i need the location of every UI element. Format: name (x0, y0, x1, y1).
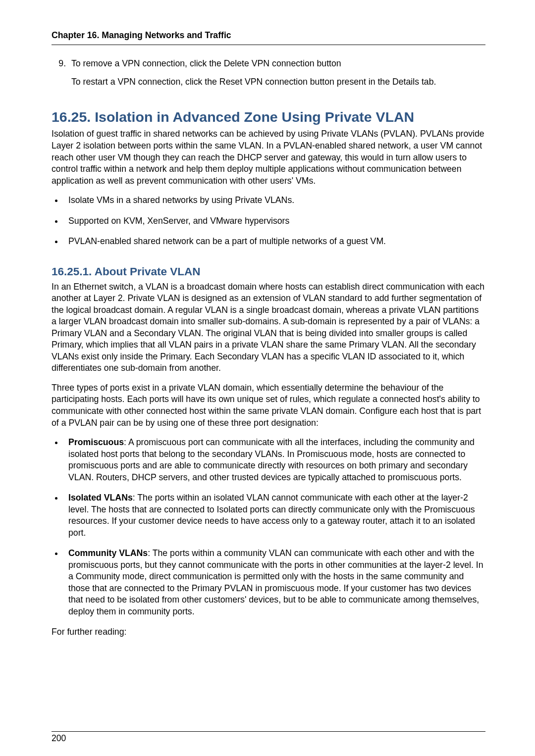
list-item-promiscuous: Promiscuous: A promiscuous port can comm… (63, 437, 485, 483)
section-16-25-bullets: Isolate VMs in a shared networks by usin… (52, 195, 485, 248)
section-16-25-1-title: 16.25.1. About Private VLAN (52, 264, 485, 279)
term-isolated: Isolated VLANs (68, 493, 133, 503)
step-9-line2: To restart a VPN connection, click the R… (71, 76, 485, 88)
page-number: 200 (52, 733, 66, 744)
term-promiscuous: Promiscuous (68, 437, 124, 447)
section-16-25-intro: Isolation of guest traffic in shared net… (52, 128, 485, 187)
about-pvlan-p1: In an Ethernet switch, a VLAN is a broad… (52, 281, 485, 374)
footer-rule (52, 731, 485, 732)
step-9-line1: To remove a VPN connection, click the De… (71, 58, 341, 68)
list-item: PVLAN-enabled shared network can be a pa… (63, 236, 485, 248)
about-pvlan-p2: Three types of ports exist in a private … (52, 382, 485, 429)
list-item: Supported on KVM, XenServer, and VMware … (63, 215, 485, 227)
def-community: : The ports within a community VLAN can … (68, 548, 483, 616)
def-promiscuous: : A promiscuous port can communicate wit… (68, 437, 475, 482)
further-reading: For further reading: (52, 626, 485, 638)
list-item: Isolate VMs in a shared networks by usin… (63, 195, 485, 206)
term-community: Community VLANs (68, 548, 148, 558)
step-9: To remove a VPN connection, click the De… (68, 58, 485, 88)
running-header: Chapter 16. Managing Networks and Traffi… (52, 30, 485, 45)
port-types-list: Promiscuous: A promiscuous port can comm… (52, 437, 485, 617)
section-16-25-title: 16.25. Isolation in Advanced Zone Using … (52, 108, 485, 127)
list-item-isolated: Isolated VLANs: The ports within an isol… (63, 492, 485, 539)
list-item-community: Community VLANs: The ports within a comm… (63, 548, 485, 617)
ordered-steps: To remove a VPN connection, click the De… (52, 58, 485, 88)
